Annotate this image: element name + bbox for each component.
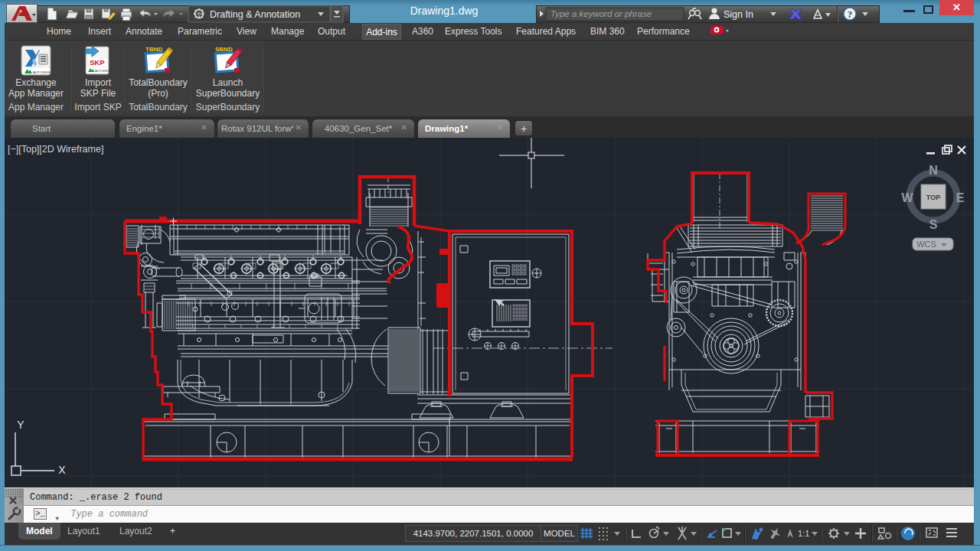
svg-text:Drafting & Annotation: Drafting & Annotation bbox=[210, 9, 300, 20]
svg-text:TOP: TOP bbox=[926, 194, 940, 201]
svg-text:AUTODESK: AUTODESK bbox=[33, 70, 51, 74]
svg-text:1:1: 1:1 bbox=[798, 529, 809, 538]
svg-text:[−][Top][2D Wireframe]: [−][Top][2D Wireframe] bbox=[8, 144, 103, 155]
svg-text:S: S bbox=[929, 218, 938, 231]
svg-text:SKP: SKP bbox=[90, 58, 105, 67]
svg-text:W: W bbox=[901, 191, 913, 204]
svg-text:Type a keyword or phrase: Type a keyword or phrase bbox=[550, 9, 652, 18]
svg-text:Sign In: Sign In bbox=[724, 9, 753, 20]
svg-text:?: ? bbox=[848, 8, 853, 20]
svg-text:N: N bbox=[929, 164, 938, 177]
svg-text:WCS: WCS bbox=[916, 240, 936, 249]
svg-text:E: E bbox=[956, 191, 965, 204]
svg-text:X: X bbox=[58, 464, 66, 476]
svg-text:AUTODESK: AUTODESK bbox=[95, 69, 112, 73]
svg-text:Y: Y bbox=[17, 419, 24, 431]
